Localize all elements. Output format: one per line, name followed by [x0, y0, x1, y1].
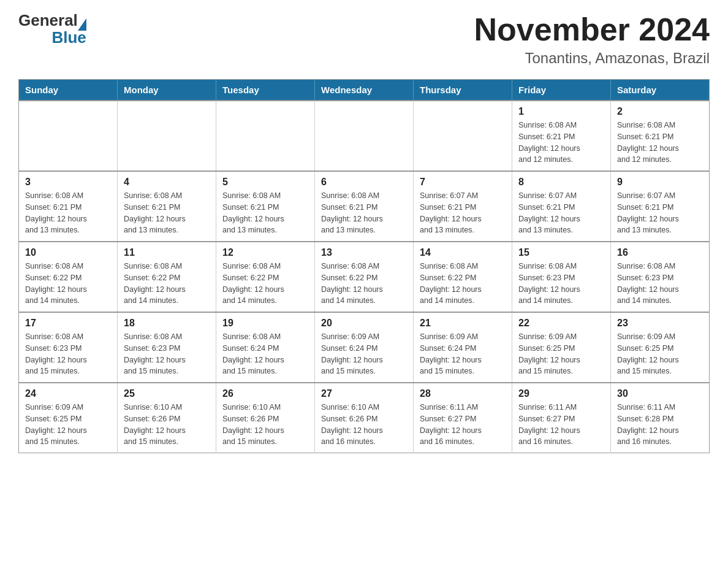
day-info: Sunrise: 6:10 AMSunset: 6:26 PMDaylight:… [124, 402, 210, 448]
day-info: Sunrise: 6:08 AMSunset: 6:22 PMDaylight:… [420, 261, 506, 307]
day-of-week-header: Friday [512, 80, 611, 101]
day-info: Sunrise: 6:09 AMSunset: 6:24 PMDaylight:… [420, 331, 506, 377]
calendar-body: 1Sunrise: 6:08 AMSunset: 6:21 PMDaylight… [19, 101, 710, 453]
day-info: Sunrise: 6:08 AMSunset: 6:22 PMDaylight:… [222, 261, 308, 307]
day-info: Sunrise: 6:08 AMSunset: 6:22 PMDaylight:… [25, 261, 111, 307]
day-info: Sunrise: 6:10 AMSunset: 6:26 PMDaylight:… [222, 402, 308, 448]
day-number: 10 [25, 247, 111, 258]
day-number: 30 [617, 388, 703, 399]
day-number: 24 [25, 388, 111, 399]
calendar-day-cell: 15Sunrise: 6:08 AMSunset: 6:23 PMDayligh… [512, 242, 611, 312]
calendar-day-cell: 18Sunrise: 6:08 AMSunset: 6:23 PMDayligh… [118, 312, 216, 383]
calendar-day-cell: 23Sunrise: 6:09 AMSunset: 6:25 PMDayligh… [611, 312, 710, 383]
day-info: Sunrise: 6:08 AMSunset: 6:21 PMDaylight:… [124, 190, 210, 236]
logo-blue-text: Blue [51, 28, 86, 47]
calendar-day-cell: 19Sunrise: 6:08 AMSunset: 6:24 PMDayligh… [216, 312, 315, 383]
day-number: 25 [124, 388, 210, 399]
calendar-day-cell: 29Sunrise: 6:11 AMSunset: 6:27 PMDayligh… [512, 383, 611, 453]
day-info: Sunrise: 6:08 AMSunset: 6:22 PMDaylight:… [321, 261, 407, 307]
days-of-week-row: SundayMondayTuesdayWednesdayThursdayFrid… [19, 80, 710, 101]
day-info: Sunrise: 6:11 AMSunset: 6:27 PMDaylight:… [420, 402, 506, 448]
calendar-day-cell: 1Sunrise: 6:08 AMSunset: 6:21 PMDaylight… [512, 101, 611, 171]
calendar-day-cell [216, 101, 315, 171]
calendar-week-row: 24Sunrise: 6:09 AMSunset: 6:25 PMDayligh… [19, 383, 710, 453]
day-info: Sunrise: 6:09 AMSunset: 6:25 PMDaylight:… [617, 331, 703, 377]
day-info: Sunrise: 6:08 AMSunset: 6:23 PMDaylight:… [25, 331, 111, 377]
day-number: 7 [420, 177, 506, 188]
day-info: Sunrise: 6:11 AMSunset: 6:27 PMDaylight:… [518, 402, 604, 448]
day-number: 13 [321, 247, 407, 258]
title-area: November 2024 Tonantins, Amazonas, Brazi… [474, 12, 710, 67]
day-number: 2 [617, 106, 703, 117]
calendar-day-cell: 10Sunrise: 6:08 AMSunset: 6:22 PMDayligh… [19, 242, 118, 312]
calendar-day-cell: 4Sunrise: 6:08 AMSunset: 6:21 PMDaylight… [118, 171, 216, 242]
calendar-day-cell: 5Sunrise: 6:08 AMSunset: 6:21 PMDaylight… [216, 171, 315, 242]
day-number: 22 [518, 318, 604, 329]
day-info: Sunrise: 6:10 AMSunset: 6:26 PMDaylight:… [321, 402, 407, 448]
calendar-day-cell: 13Sunrise: 6:08 AMSunset: 6:22 PMDayligh… [315, 242, 414, 312]
page-header: General Blue November 2024 Tonantins, Am… [18, 12, 710, 67]
day-number: 5 [222, 177, 308, 188]
calendar-week-row: 1Sunrise: 6:08 AMSunset: 6:21 PMDaylight… [19, 101, 710, 171]
calendar-day-cell: 30Sunrise: 6:11 AMSunset: 6:28 PMDayligh… [611, 383, 710, 453]
day-info: Sunrise: 6:08 AMSunset: 6:21 PMDaylight:… [321, 190, 407, 236]
calendar-subtitle: Tonantins, Amazonas, Brazil [474, 50, 710, 67]
day-info: Sunrise: 6:07 AMSunset: 6:21 PMDaylight:… [518, 190, 604, 236]
calendar-week-row: 3Sunrise: 6:08 AMSunset: 6:21 PMDaylight… [19, 171, 710, 242]
calendar-day-cell: 14Sunrise: 6:08 AMSunset: 6:22 PMDayligh… [414, 242, 512, 312]
calendar-day-cell: 25Sunrise: 6:10 AMSunset: 6:26 PMDayligh… [118, 383, 216, 453]
day-info: Sunrise: 6:08 AMSunset: 6:21 PMDaylight:… [617, 120, 703, 166]
day-of-week-header: Tuesday [216, 80, 315, 101]
calendar-day-cell: 9Sunrise: 6:07 AMSunset: 6:21 PMDaylight… [611, 171, 710, 242]
day-info: Sunrise: 6:11 AMSunset: 6:28 PMDaylight:… [617, 402, 703, 448]
day-number: 17 [25, 318, 111, 329]
calendar-day-cell [414, 101, 512, 171]
calendar-day-cell: 11Sunrise: 6:08 AMSunset: 6:22 PMDayligh… [118, 242, 216, 312]
calendar-day-cell: 17Sunrise: 6:08 AMSunset: 6:23 PMDayligh… [19, 312, 118, 383]
day-info: Sunrise: 6:08 AMSunset: 6:23 PMDaylight:… [518, 261, 604, 307]
day-info: Sunrise: 6:08 AMSunset: 6:21 PMDaylight:… [518, 120, 604, 166]
day-of-week-header: Wednesday [315, 80, 414, 101]
day-info: Sunrise: 6:08 AMSunset: 6:24 PMDaylight:… [222, 331, 308, 377]
day-number: 23 [617, 318, 703, 329]
day-info: Sunrise: 6:08 AMSunset: 6:21 PMDaylight:… [222, 190, 308, 236]
calendar-day-cell [315, 101, 414, 171]
calendar-day-cell: 2Sunrise: 6:08 AMSunset: 6:21 PMDaylight… [611, 101, 710, 171]
day-number: 3 [25, 177, 111, 188]
day-number: 12 [222, 247, 308, 258]
calendar-day-cell: 21Sunrise: 6:09 AMSunset: 6:24 PMDayligh… [414, 312, 512, 383]
calendar-day-cell: 20Sunrise: 6:09 AMSunset: 6:24 PMDayligh… [315, 312, 414, 383]
day-number: 29 [518, 388, 604, 399]
calendar-day-cell [118, 101, 216, 171]
calendar-day-cell: 24Sunrise: 6:09 AMSunset: 6:25 PMDayligh… [19, 383, 118, 453]
day-of-week-header: Thursday [414, 80, 512, 101]
calendar-day-cell: 12Sunrise: 6:08 AMSunset: 6:22 PMDayligh… [216, 242, 315, 312]
day-number: 14 [420, 247, 506, 258]
day-number: 11 [124, 247, 210, 258]
day-of-week-header: Saturday [611, 80, 710, 101]
calendar-day-cell: 27Sunrise: 6:10 AMSunset: 6:26 PMDayligh… [315, 383, 414, 453]
calendar-week-row: 10Sunrise: 6:08 AMSunset: 6:22 PMDayligh… [19, 242, 710, 312]
logo: General Blue [18, 12, 86, 47]
day-info: Sunrise: 6:09 AMSunset: 6:24 PMDaylight:… [321, 331, 407, 377]
calendar-day-cell: 3Sunrise: 6:08 AMSunset: 6:21 PMDaylight… [19, 171, 118, 242]
day-of-week-header: Monday [118, 80, 216, 101]
day-number: 8 [518, 177, 604, 188]
calendar-day-cell: 7Sunrise: 6:07 AMSunset: 6:21 PMDaylight… [414, 171, 512, 242]
day-info: Sunrise: 6:09 AMSunset: 6:25 PMDaylight:… [518, 331, 604, 377]
calendar-day-cell: 26Sunrise: 6:10 AMSunset: 6:26 PMDayligh… [216, 383, 315, 453]
day-number: 4 [124, 177, 210, 188]
calendar-day-cell: 16Sunrise: 6:08 AMSunset: 6:23 PMDayligh… [611, 242, 710, 312]
day-info: Sunrise: 6:08 AMSunset: 6:23 PMDaylight:… [617, 261, 703, 307]
calendar-table: SundayMondayTuesdayWednesdayThursdayFrid… [18, 79, 710, 453]
day-number: 15 [518, 247, 604, 258]
day-number: 21 [420, 318, 506, 329]
calendar-day-cell [19, 101, 118, 171]
logo-general-text: General [18, 12, 78, 28]
day-number: 6 [321, 177, 407, 188]
day-info: Sunrise: 6:07 AMSunset: 6:21 PMDaylight:… [617, 190, 703, 236]
calendar-day-cell: 22Sunrise: 6:09 AMSunset: 6:25 PMDayligh… [512, 312, 611, 383]
day-info: Sunrise: 6:08 AMSunset: 6:23 PMDaylight:… [124, 331, 210, 377]
day-number: 16 [617, 247, 703, 258]
day-number: 18 [124, 318, 210, 329]
